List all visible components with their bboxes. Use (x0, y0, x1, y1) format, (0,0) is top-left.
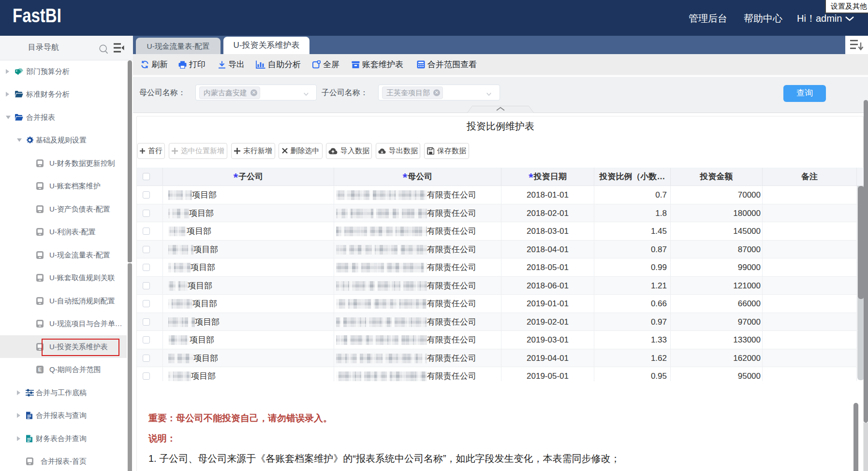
svg-text:E: E (38, 367, 42, 372)
